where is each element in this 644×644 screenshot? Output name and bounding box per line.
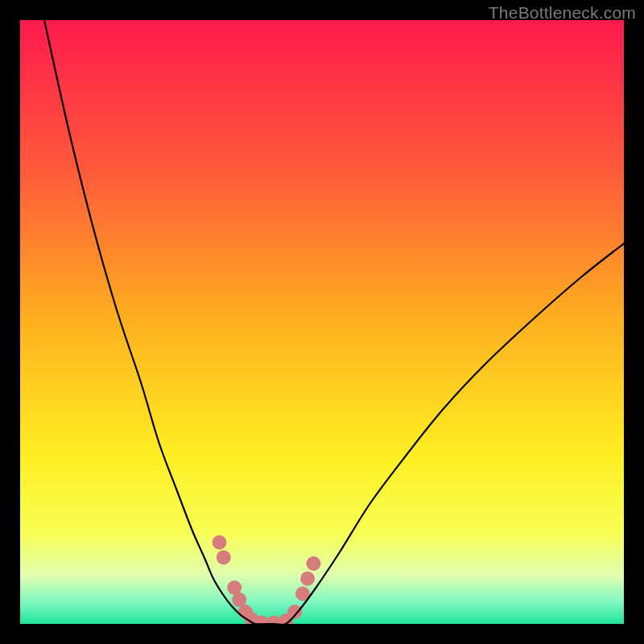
plot-area bbox=[20, 20, 624, 624]
chart-frame: TheBottleneck.com bbox=[0, 0, 644, 644]
watermark-text: TheBottleneck.com bbox=[489, 3, 636, 23]
data-marker bbox=[300, 572, 315, 586]
curve-layer bbox=[20, 20, 624, 624]
data-marker bbox=[287, 605, 302, 619]
marker-group bbox=[213, 535, 321, 624]
data-marker bbox=[213, 535, 227, 550]
bottleneck-curve bbox=[44, 20, 624, 624]
data-marker bbox=[307, 556, 321, 571]
data-marker bbox=[217, 551, 231, 565]
